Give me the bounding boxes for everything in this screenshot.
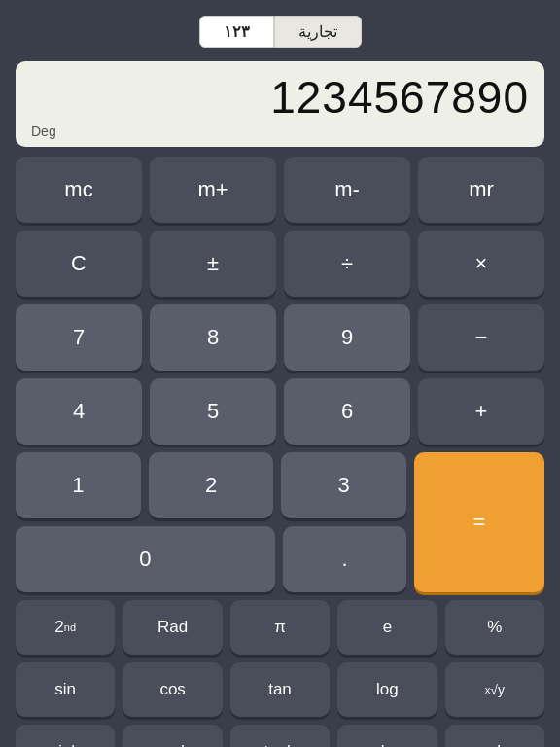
- tab-numeric[interactable]: ١٢٣: [199, 16, 274, 48]
- mc-button[interactable]: mc: [16, 157, 142, 223]
- 5-button[interactable]: 5: [150, 378, 276, 445]
- log-button[interactable]: log: [337, 662, 437, 717]
- 4-button[interactable]: 4: [16, 378, 142, 445]
- row-123: 1 2 3: [16, 452, 406, 518]
- xrooty-button[interactable]: x√y: [445, 662, 544, 717]
- display: 1234567890 Deg: [16, 61, 544, 147]
- equals-button[interactable]: =: [414, 452, 544, 592]
- 1-button[interactable]: 1: [16, 452, 141, 518]
- row-456: 4 5 6 +: [16, 378, 544, 445]
- row-123-eq: 1 2 3 0 . =: [16, 452, 544, 592]
- sin-button[interactable]: sin: [16, 662, 115, 717]
- row-789: 7 8 9 −: [16, 304, 544, 371]
- 9-button[interactable]: 9: [284, 304, 410, 371]
- mminus-button[interactable]: m-: [284, 157, 410, 223]
- row-sci1: 2nd Rad π e %: [16, 600, 544, 655]
- divide-button[interactable]: ÷: [284, 231, 410, 297]
- display-mode: Deg: [31, 124, 529, 139]
- sinh-button[interactable]: sinh: [16, 725, 115, 747]
- calculator: ١٢٣ تجارية 1234567890 Deg mc m+ m- mr C …: [0, 0, 560, 747]
- row-ops: C ± ÷ ×: [16, 231, 544, 297]
- row-sci3: sinh cosh tanh ln x!: [16, 725, 544, 747]
- 3-button[interactable]: 3: [281, 452, 406, 518]
- cos-button[interactable]: cos: [122, 662, 222, 717]
- display-number: 1234567890: [31, 71, 529, 124]
- pi-button[interactable]: π: [230, 600, 330, 655]
- row-sci2: sin cos tan log x√y: [16, 662, 544, 717]
- tan-button[interactable]: tan: [230, 662, 330, 717]
- 2nd-button[interactable]: 2nd: [16, 600, 115, 655]
- tab-bar: ١٢٣ تجارية: [16, 16, 544, 48]
- row-memory: mc m+ m- mr: [16, 157, 544, 223]
- multiply-button[interactable]: ×: [418, 231, 544, 297]
- ln-button[interactable]: ln: [337, 725, 437, 747]
- buttons-grid: mc m+ m- mr C ± ÷ × 7 8 9 − 4 5 6 +: [16, 157, 544, 747]
- clear-button[interactable]: C: [16, 231, 142, 297]
- mr-button[interactable]: mr: [418, 157, 544, 223]
- tanh-button[interactable]: tanh: [230, 725, 330, 747]
- 6-button[interactable]: 6: [284, 378, 410, 445]
- mplus-button[interactable]: m+: [150, 157, 276, 223]
- tab-commercial[interactable]: تجارية: [274, 16, 362, 48]
- cosh-button[interactable]: cosh: [122, 725, 222, 747]
- row-0dot: 0 .: [16, 526, 406, 592]
- rad-button[interactable]: Rad: [122, 600, 222, 655]
- factorial-button[interactable]: x!: [445, 725, 544, 747]
- plus-button[interactable]: +: [418, 378, 544, 445]
- minus-button[interactable]: −: [418, 304, 544, 371]
- plusminus-button[interactable]: ±: [150, 231, 276, 297]
- dot-button[interactable]: .: [283, 526, 406, 592]
- percent-button[interactable]: %: [445, 600, 544, 655]
- e-button[interactable]: e: [337, 600, 437, 655]
- 0-button[interactable]: 0: [16, 526, 275, 592]
- 2-button[interactable]: 2: [149, 452, 274, 518]
- 7-button[interactable]: 7: [16, 304, 142, 371]
- 8-button[interactable]: 8: [150, 304, 276, 371]
